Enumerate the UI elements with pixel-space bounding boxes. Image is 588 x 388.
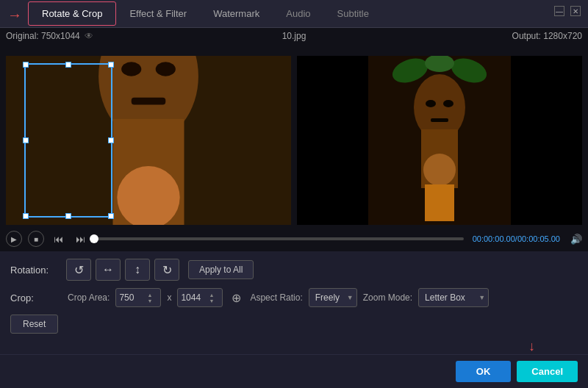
crop-row: Crop: Crop Area: ▲ ▼ x ▲ ▼ ⊕ Aspect Rati… bbox=[10, 288, 578, 307]
crop-width-up[interactable]: ▲ bbox=[147, 292, 152, 298]
crop-width-down[interactable]: ▼ bbox=[147, 298, 152, 303]
crop-width-input-wrap: ▲ ▼ bbox=[115, 288, 161, 307]
svg-point-5 bbox=[121, 62, 141, 76]
crop-height-up[interactable]: ▲ bbox=[209, 292, 214, 298]
controls-area: Rotation: ↺ ↔ ↕ ↻ Apply to All Crop: Cro… bbox=[0, 251, 588, 340]
crop-width-input[interactable] bbox=[119, 292, 147, 303]
svg-point-16 bbox=[426, 100, 436, 107]
crop-area-label: Crop Area: bbox=[68, 292, 110, 303]
crop-height-arrows: ▲ ▼ bbox=[209, 292, 214, 303]
crop-height-input-wrap: ▲ ▼ bbox=[177, 288, 223, 307]
svg-rect-18 bbox=[431, 118, 448, 122]
right-video-panel bbox=[297, 56, 582, 225]
svg-rect-7 bbox=[132, 98, 166, 105]
aspect-ratio-select-wrap: Freely 16:9 4:3 1:1 ▼ bbox=[309, 288, 357, 307]
eye-icon: 👁 bbox=[85, 31, 93, 41]
cancel-button[interactable]: Cancel bbox=[517, 361, 578, 382]
ok-button[interactable]: OK bbox=[456, 361, 512, 382]
crop-separator: x bbox=[167, 292, 171, 303]
svg-point-14 bbox=[423, 154, 456, 186]
svg-rect-15 bbox=[425, 184, 454, 221]
tab-watermark[interactable]: Watermark bbox=[200, 2, 273, 25]
aspect-ratio-select[interactable]: Freely 16:9 4:3 1:1 bbox=[309, 288, 357, 307]
filename-label: 10.jpg bbox=[282, 31, 306, 41]
next-frame-button[interactable]: ⏭ bbox=[72, 231, 88, 247]
crop-width-arrows: ▲ ▼ bbox=[147, 292, 152, 303]
rotate-ccw-button[interactable]: ↺ bbox=[66, 259, 91, 281]
bottom-bar: OK Cancel bbox=[0, 354, 588, 388]
crop-height-down[interactable]: ▼ bbox=[209, 298, 214, 303]
volume-icon[interactable]: 🔊 bbox=[570, 234, 582, 245]
crop-label: Crop: bbox=[10, 292, 62, 303]
video-panels bbox=[0, 56, 588, 225]
center-icon: ⊕ bbox=[232, 291, 241, 305]
ok-arrow-indicator: ↓ bbox=[528, 339, 535, 354]
progress-dot[interactable] bbox=[90, 234, 98, 243]
tab-subtitle[interactable]: Subtitle bbox=[324, 2, 382, 25]
rotation-label: Rotation: bbox=[10, 265, 62, 276]
svg-point-17 bbox=[443, 100, 453, 107]
output-label: Output: 1280x720 bbox=[512, 31, 582, 41]
tab-effect-filter[interactable]: Effect & Filter bbox=[116, 2, 200, 25]
crop-height-input[interactable] bbox=[181, 292, 209, 303]
zoom-mode-select-wrap: Letter Box Pan & Scan Full ▼ bbox=[418, 288, 489, 307]
zoom-mode-label: Zoom Mode: bbox=[363, 292, 412, 303]
tab-arrow-indicator: → bbox=[7, 7, 22, 24]
stop-button[interactable]: ■ bbox=[28, 231, 44, 247]
rotation-row: Rotation: ↺ ↔ ↕ ↻ Apply to All bbox=[10, 259, 578, 281]
reset-button[interactable]: Reset bbox=[10, 315, 58, 334]
progress-track[interactable] bbox=[94, 237, 464, 240]
close-button[interactable]: ✕ bbox=[570, 6, 581, 16]
aspect-ratio-label: Aspect Ratio: bbox=[250, 292, 302, 303]
tab-audio[interactable]: Audio bbox=[273, 2, 323, 25]
apply-to-all-button[interactable]: Apply to All bbox=[188, 260, 254, 279]
playback-bar: ▶ ■ ⏮ ⏭ 00:00:00.00/00:00:05.00 🔊 bbox=[0, 225, 588, 251]
play-button[interactable]: ▶ bbox=[6, 231, 22, 247]
left-video-panel bbox=[6, 56, 291, 225]
original-label: Original: 750x1044 bbox=[6, 31, 80, 41]
rotate-cw-button[interactable]: ↻ bbox=[154, 259, 179, 281]
prev-frame-button[interactable]: ⏮ bbox=[50, 231, 66, 247]
zoom-mode-select[interactable]: Letter Box Pan & Scan Full bbox=[418, 288, 489, 307]
time-display: 00:00:00.00/00:00:05.00 bbox=[473, 234, 560, 243]
tab-rotate-crop[interactable]: Rotate & Crop bbox=[28, 1, 116, 26]
svg-point-6 bbox=[156, 62, 176, 76]
flip-v-button[interactable]: ↕ bbox=[125, 259, 150, 281]
reset-row: Reset bbox=[10, 315, 578, 334]
minimize-button[interactable]: — bbox=[554, 6, 564, 16]
flip-h-button[interactable]: ↔ bbox=[96, 259, 121, 281]
